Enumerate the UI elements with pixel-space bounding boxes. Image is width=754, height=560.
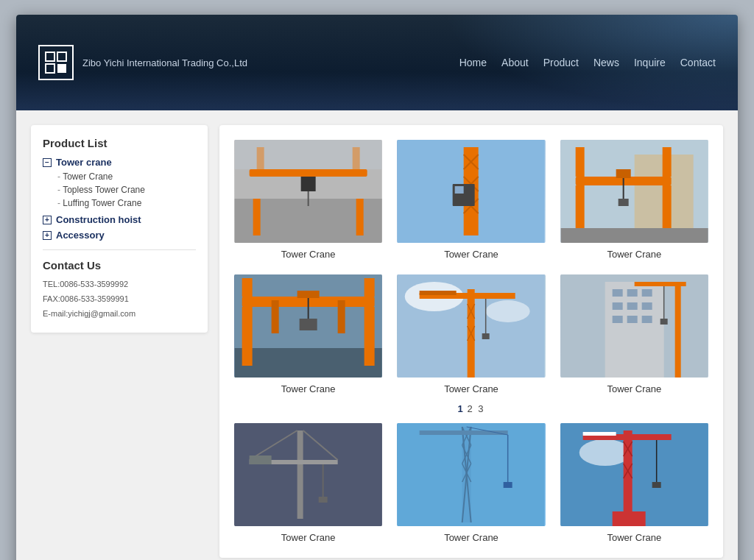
svg-point-51	[486, 300, 530, 322]
product-label-4: Tower Crane	[234, 383, 382, 394]
product-item-7[interactable]: Tower Crane	[234, 423, 382, 543]
crane-svg-8	[397, 423, 545, 526]
contact-fax: FAX:0086-533-3599991	[43, 292, 196, 307]
svg-rect-66	[612, 302, 622, 310]
product-item-4[interactable]: Tower Crane	[234, 274, 382, 394]
product-item-2[interactable]: Tower Crane	[397, 140, 545, 260]
logo-area: Zibo Yichi International Trading Co.,Ltd	[38, 45, 247, 80]
subcategory-tower-crane[interactable]: Tower Crane	[57, 170, 196, 183]
pagination: 1 2 3	[234, 403, 708, 414]
svg-rect-48	[300, 319, 317, 330]
product-label-7: Tower Crane	[234, 532, 382, 543]
svg-rect-36	[560, 228, 708, 243]
contact-title: Contact Us	[43, 259, 196, 272]
sidebar-category-construction-hoist-title[interactable]: + Construction hoist	[43, 214, 196, 225]
svg-rect-10	[253, 199, 261, 235]
page-2[interactable]: 2	[467, 403, 472, 414]
svg-rect-2	[57, 52, 66, 61]
main-nav: Home About Product News Inquire Contact	[459, 54, 716, 71]
product-item-3[interactable]: Tower Crane	[560, 140, 708, 260]
svg-rect-63	[612, 289, 622, 297]
crane-svg-7	[234, 423, 382, 526]
tower-crane-subcategories: Tower Crane Topless Tower Crane Luffing …	[43, 170, 196, 210]
svg-rect-25	[455, 186, 464, 194]
svg-rect-44	[272, 300, 279, 333]
svg-rect-73	[634, 282, 686, 286]
product-item-6[interactable]: Tower Crane	[560, 274, 708, 394]
product-item-9[interactable]: Tower Crane	[560, 423, 708, 543]
crane-svg-4	[234, 274, 382, 378]
page-current[interactable]: 1	[458, 403, 463, 414]
product-list-title: Product List	[43, 137, 196, 149]
svg-rect-82	[319, 497, 328, 503]
product-label-3: Tower Crane	[560, 249, 708, 260]
product-item-5[interactable]: Tower Crane	[397, 274, 545, 394]
sidebar-category-tower-crane-title[interactable]: − Tower crane	[43, 157, 196, 168]
product-label-8: Tower Crane	[397, 532, 545, 543]
svg-rect-11	[356, 199, 364, 235]
product-image-6	[560, 274, 708, 378]
nav-about[interactable]: About	[501, 54, 529, 71]
content-wrapper: Product List − Tower crane Tower Crane T…	[16, 110, 738, 560]
page-3[interactable]: 3	[478, 403, 483, 414]
company-name: Zibo Yichi International Trading Co.,Ltd	[82, 57, 247, 68]
product-image-2	[397, 140, 545, 243]
nav-news[interactable]: News	[593, 54, 619, 71]
plus-icon-accessory: +	[43, 231, 52, 240]
crane-svg-5	[397, 274, 545, 378]
crane-svg-3	[560, 140, 708, 243]
svg-rect-30	[662, 147, 671, 177]
svg-rect-7	[250, 169, 367, 177]
logo-svg	[43, 49, 69, 76]
product-grid-row3: Tower Crane	[234, 423, 708, 543]
svg-rect-72	[674, 282, 680, 378]
svg-rect-97	[504, 482, 512, 488]
product-image-7	[234, 423, 382, 526]
svg-rect-83	[250, 456, 272, 464]
svg-rect-38	[235, 348, 382, 378]
svg-rect-3	[57, 64, 66, 73]
svg-rect-75	[660, 319, 667, 325]
sidebar: Product List − Tower crane Tower Crane T…	[31, 125, 208, 333]
browser-window: Zibo Yichi International Trading Co.,Ltd…	[16, 15, 738, 560]
svg-rect-68	[641, 302, 652, 310]
svg-rect-109	[612, 511, 645, 526]
logo-icon	[38, 45, 74, 80]
svg-rect-31	[575, 185, 584, 230]
svg-rect-70	[627, 316, 637, 323]
sidebar-category-accessory-title[interactable]: + Accessory	[43, 230, 196, 241]
svg-rect-29	[575, 147, 584, 177]
minus-icon: −	[43, 158, 52, 167]
svg-rect-54	[420, 291, 457, 295]
nav-home[interactable]: Home	[459, 54, 487, 71]
sidebar-category-tower-crane: − Tower crane Tower Crane Topless Tower …	[43, 157, 196, 210]
product-item-8[interactable]: Tower Crane	[397, 423, 545, 543]
tower-crane-label: Tower crane	[56, 157, 112, 168]
subcategory-topless[interactable]: Topless Tower Crane	[57, 183, 196, 196]
product-item-1[interactable]: Tower Crane	[234, 140, 382, 260]
svg-rect-42	[242, 307, 253, 366]
svg-rect-76	[235, 423, 382, 526]
product-image-4	[234, 274, 382, 378]
svg-rect-65	[641, 289, 652, 297]
svg-rect-40	[242, 278, 253, 297]
product-image-3	[560, 140, 708, 243]
product-label-9: Tower Crane	[560, 532, 708, 543]
product-label-1: Tower Crane	[234, 249, 382, 260]
nav-inquire[interactable]: Inquire	[634, 54, 666, 71]
svg-rect-1	[46, 64, 54, 73]
svg-rect-102	[582, 432, 616, 436]
crane-svg-1	[234, 140, 382, 243]
contact-email: E-mail:yichigj@gmail.com	[43, 307, 196, 322]
crane-svg-9	[560, 423, 708, 526]
nav-contact[interactable]: Contact	[680, 54, 716, 71]
crane-svg-6	[560, 274, 708, 378]
svg-rect-67	[627, 302, 637, 310]
sidebar-divider	[43, 249, 196, 250]
svg-rect-69	[612, 316, 622, 323]
svg-rect-46	[297, 291, 320, 298]
product-label-5: Tower Crane	[397, 383, 545, 394]
nav-product[interactable]: Product	[543, 54, 579, 71]
svg-rect-108	[652, 482, 660, 488]
subcategory-luffing[interactable]: Luffing Tower Crane	[57, 196, 196, 210]
